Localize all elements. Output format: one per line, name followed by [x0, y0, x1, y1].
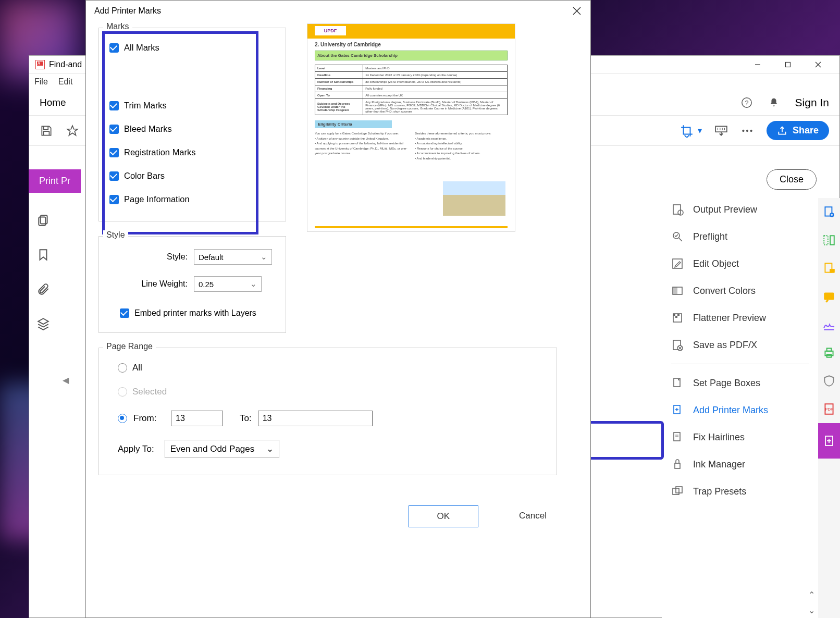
bell-icon[interactable]: [768, 97, 780, 108]
registration-marks-checkbox[interactable]: Registration Marks: [109, 147, 245, 157]
close-window-button[interactable]: [803, 56, 833, 73]
keyboard-icon[interactable]: [714, 124, 728, 138]
selected-radio: Selected: [118, 387, 538, 397]
svg-rect-26: [675, 316, 677, 318]
ok-button[interactable]: OK: [409, 505, 479, 527]
fix-hairlines-item[interactable]: Fix Hairlines: [662, 424, 818, 451]
svg-rect-45: [824, 292, 834, 300]
close-panel-button[interactable]: Close: [767, 169, 817, 190]
menu-edit[interactable]: Edit: [58, 77, 73, 86]
crop-save-icon[interactable]: [680, 124, 694, 138]
to-label: To:: [240, 413, 252, 424]
help-icon[interactable]: ?: [741, 97, 752, 108]
bookmark-icon[interactable]: [36, 248, 50, 262]
organize-icon[interactable]: [822, 233, 836, 247]
style-fieldset: Style Style: Default⌄ Line Weight: 0.25⌄…: [98, 236, 286, 333]
maximize-button[interactable]: [773, 56, 803, 73]
checkbox-icon: [109, 125, 119, 134]
svg-rect-16: [673, 205, 681, 214]
apply-to-select[interactable]: Even and Odd Pages⌄: [165, 440, 279, 458]
attachment-icon[interactable]: [36, 282, 50, 296]
preflight-item[interactable]: Preflight: [662, 223, 818, 250]
save-pdfx-item[interactable]: Save as PDF/X: [662, 331, 818, 359]
layers-icon[interactable]: [36, 317, 50, 330]
style-label: Style:: [125, 252, 188, 262]
shield-icon[interactable]: [822, 374, 836, 388]
edit-object-item[interactable]: Edit Object: [662, 250, 818, 277]
svg-rect-36: [675, 463, 680, 468]
trim-marks-checkbox[interactable]: Trim Marks: [109, 101, 245, 110]
to-input[interactable]: [258, 411, 373, 426]
line-weight-label: Line Weight:: [125, 279, 188, 289]
flattener-preview-item[interactable]: Flattener Preview: [662, 304, 818, 331]
checkbox-icon: [109, 171, 119, 181]
collapse-left-icon[interactable]: ◀: [63, 375, 69, 385]
svg-rect-25: [677, 314, 680, 316]
minimize-button[interactable]: [743, 56, 773, 73]
active-tab[interactable]: Print Pr: [29, 169, 81, 193]
checkbox-icon: [109, 148, 119, 157]
checkbox-icon: [109, 101, 119, 110]
right-tools-panel: Output Preview Preflight Edit Object Con…: [662, 193, 818, 618]
page-info-checkbox[interactable]: Page Information: [109, 194, 245, 204]
pdf-file-icon: [35, 60, 45, 69]
all-radio[interactable]: All: [118, 363, 538, 373]
scroll-arrows[interactable]: ⌃⌄: [805, 587, 818, 618]
print-green-icon[interactable]: [822, 346, 836, 360]
svg-rect-22: [673, 287, 677, 294]
checkbox-icon: [120, 308, 129, 318]
page-range-fieldset: Page Range All Selected From: To: Apply …: [98, 348, 557, 475]
print-production-active-icon[interactable]: [818, 423, 840, 459]
pdf-red-icon[interactable]: PDF: [822, 402, 836, 416]
svg-rect-42: [830, 236, 834, 244]
line-weight-select[interactable]: 0.25⌄: [194, 276, 262, 292]
all-marks-checkbox[interactable]: All Marks: [109, 43, 245, 53]
save-icon[interactable]: [40, 124, 53, 138]
checkbox-icon: [109, 195, 119, 204]
preview-about: About the Gates Cambridge Scholarship: [315, 51, 508, 60]
radio-icon: [118, 387, 127, 397]
marks-legend: Marks: [103, 22, 132, 31]
cancel-button[interactable]: Cancel: [491, 505, 575, 527]
share-button[interactable]: Share: [767, 121, 829, 140]
svg-rect-48: [827, 348, 832, 351]
marks-fieldset: Marks All Marks Trim Marks Bleed Marks R…: [98, 28, 286, 221]
star-icon[interactable]: [66, 124, 79, 138]
style-select[interactable]: Default⌄: [194, 249, 272, 265]
sticky-note-icon[interactable]: [822, 290, 836, 303]
convert-colors-item[interactable]: Convert Colors: [662, 277, 818, 304]
from-radio[interactable]: [118, 414, 127, 423]
left-nav: [29, 203, 57, 330]
radio-icon: [118, 363, 127, 373]
svg-rect-44: [830, 269, 835, 273]
pages-icon[interactable]: [36, 214, 50, 227]
add-printer-marks-dialog: Add Printer Marks Marks All Marks Trim M…: [85, 0, 591, 618]
close-dialog-button[interactable]: [572, 6, 582, 16]
svg-rect-24: [673, 314, 675, 316]
set-page-boxes-item[interactable]: Set Page Boxes: [662, 369, 818, 397]
home-button[interactable]: Home: [40, 97, 66, 108]
trap-presets-item[interactable]: Trap Presets: [662, 478, 818, 505]
comment-pdf-icon[interactable]: [822, 262, 836, 275]
from-label: From:: [133, 413, 165, 424]
menu-file[interactable]: File: [34, 77, 48, 86]
color-bars-checkbox[interactable]: Color Bars: [109, 171, 245, 181]
embed-checkbox[interactable]: Embed printer marks with Layers: [120, 308, 272, 318]
window-title: Find-and: [49, 60, 82, 69]
sign-in-button[interactable]: Sign In: [795, 96, 829, 109]
ink-manager-item[interactable]: Ink Manager: [662, 451, 818, 478]
output-preview-item[interactable]: Output Preview: [662, 196, 818, 223]
add-printer-marks-item[interactable]: Add Printer Marks: [662, 397, 818, 424]
svg-text:PDF: PDF: [825, 407, 833, 412]
sign-icon[interactable]: [822, 318, 836, 331]
style-legend: Style: [103, 230, 128, 240]
from-input[interactable]: [171, 411, 223, 426]
bleed-marks-checkbox[interactable]: Bleed Marks: [109, 124, 245, 134]
preview-heading: 2. University of Cambridge: [315, 42, 508, 47]
svg-point-12: [746, 129, 748, 131]
svg-point-11: [742, 129, 744, 131]
preview-eligibility: Eligibility Criteria: [315, 120, 392, 128]
export-pdf-icon[interactable]: [822, 205, 836, 219]
preview-table: LevelMasters and PhD Deadline14 December…: [315, 65, 508, 115]
more-icon[interactable]: [740, 124, 754, 138]
